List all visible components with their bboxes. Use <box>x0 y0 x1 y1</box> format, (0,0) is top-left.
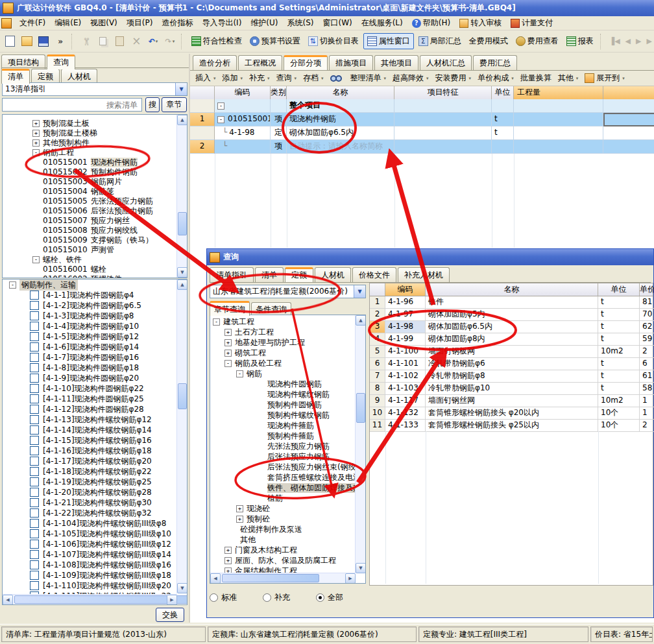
unit-c ell[interactable] <box>492 140 514 154</box>
tree-item[interactable]: - 螺栓、铁件 <box>3 255 187 265</box>
quota-name-cell[interactable]: 砌体加固筋φ5内 <box>426 309 598 321</box>
chapter-tree-item[interactable]: 现浇构件螺纹钢筋 <box>210 389 365 400</box>
checkbox[interactable] <box>30 446 39 455</box>
new-file-button[interactable] <box>3 34 18 49</box>
grid-column-header[interactable]: 单位 <box>492 86 514 99</box>
grid-toolbar-button[interactable]: 其他 ▾ <box>556 71 581 85</box>
checklist-item[interactable]: [4-1-11]现浇构件圆钢筋φ25 <box>30 394 187 404</box>
chapter-tree-item[interactable]: + 门窗及木结构工程 <box>210 545 365 555</box>
checklist-item[interactable]: [4-1-15]现浇构件螺纹钢筋φ16 <box>30 435 187 446</box>
popup-tab[interactable]: 补充人材机 <box>398 267 450 282</box>
quota-price-cell[interactable]: 62 <box>640 321 654 333</box>
undo-button[interactable]: ↶▾ <box>145 34 161 49</box>
popup-subtab[interactable]: 条件查询 <box>251 302 291 316</box>
radio-icon[interactable] <box>316 593 324 602</box>
swap-button[interactable]: 交换 <box>156 608 184 622</box>
row-number[interactable]: 4 <box>370 333 385 346</box>
main-tab[interactable]: 工程概况 <box>238 55 282 70</box>
checklist-item[interactable]: [4-1-17]现浇构件螺纹钢筋φ20 <box>30 456 187 466</box>
checkbox[interactable] <box>30 581 39 590</box>
row-number[interactable]: 10 <box>370 407 385 420</box>
checklist-item[interactable]: [4-1-5]现浇构件圆钢筋φ12 <box>30 331 187 342</box>
quota-name-cell[interactable]: 冷轧带肋钢筋φ6 <box>426 358 598 370</box>
name-cell[interactable]: 整个项目 <box>287 99 394 113</box>
chapter-tree-item[interactable]: + 屋面、防水、保温及防腐工程 <box>210 555 365 566</box>
chapter-tree-item[interactable]: - 钢筋及砼工程 <box>210 358 365 368</box>
tree-item[interactable]: + 预制混凝土楼梯 <box>3 128 187 138</box>
quota-code-cell[interactable]: 4-1-99 <box>385 333 426 346</box>
checklist-item[interactable]: [4-1-105]现浇构件螺纹钢筋III级φ10 <box>30 529 187 539</box>
chapter-tree-item[interactable]: 后张法预应力钢筋 <box>210 451 365 462</box>
checkbox[interactable] <box>30 498 39 507</box>
code-cell[interactable]: └4-1-98 <box>215 126 271 140</box>
quota-code-cell[interactable]: 4-1-98 <box>385 321 426 333</box>
grid-row[interactable]: - 整个项目 <box>190 99 654 113</box>
grid-toolbar-button[interactable]: 补充 ▾ <box>247 71 272 85</box>
menu-item[interactable]: 系统(S) <box>282 16 318 30</box>
menu-item[interactable]: 在线服务(L) <box>357 16 407 30</box>
name-cell[interactable]: 自动提示：请输入名称简称 <box>287 140 394 154</box>
quota-price-cell[interactable]: 6 <box>640 358 654 370</box>
toolbar-button[interactable]: 费用查看 <box>513 34 562 49</box>
feature-cell[interactable] <box>394 113 492 126</box>
checkbox[interactable] <box>30 353 39 362</box>
chapter-tree-item[interactable]: 植筋 <box>210 493 365 503</box>
checkbox[interactable] <box>30 311 39 320</box>
nav-first-icon[interactable]: ▐◀ <box>609 37 620 45</box>
type-cell[interactable]: 项 <box>271 140 287 154</box>
checkbox[interactable] <box>30 508 39 518</box>
grid-toolbar-button[interactable]: 展开到 ▾ <box>583 71 627 85</box>
menu-item[interactable]: 视图(V) <box>86 16 122 30</box>
quota-name-cell[interactable]: 冷轧带肋钢筋φ8 <box>426 370 598 383</box>
quota-name-cell[interactable]: 砌体加固筋φ6.5内 <box>426 321 598 333</box>
copy-icon[interactable] <box>95 34 111 49</box>
row-number[interactable]: 1 <box>190 113 215 126</box>
checklist-item[interactable]: [4-1-108]现浇构件螺纹钢筋III级φ16 <box>30 560 187 570</box>
tree-toggle-icon[interactable]: - <box>236 370 243 377</box>
checklist-item[interactable]: [4-1-20]现浇构件螺纹钢筋φ28 <box>30 487 187 497</box>
type-cell[interactable]: 定 <box>271 126 287 140</box>
checklist-item[interactable]: [4-1-104]现浇构件螺纹钢筋III级φ8 <box>30 518 187 529</box>
tree-toggle-icon[interactable]: + <box>32 130 40 137</box>
quota-price-cell[interactable]: 58 <box>640 383 654 395</box>
checklist-item[interactable]: [4-1-106]现浇构件螺纹钢筋III级φ12 <box>30 539 187 549</box>
checklist-item[interactable]: [4-1-8]现浇构件圆钢筋φ18 <box>30 363 187 373</box>
selected-cell[interactable] <box>603 113 654 126</box>
quota-row[interactable]: 7 4-1-102 冷轧带肋钢筋φ8 t 61 <box>370 370 653 383</box>
toolbar-button[interactable]: 预算书设置 <box>247 34 304 49</box>
chapter-tree-item[interactable]: 砼搅拌制作及泵送 <box>210 524 365 534</box>
grid-row[interactable]: └4-1-98 定 砌体加固筋φ6.5内 t <box>190 126 654 140</box>
quota-unit-cell[interactable]: t <box>598 370 640 383</box>
menu-item[interactable]: 文件(F) <box>15 16 50 30</box>
main-tab[interactable]: 其他项目 <box>374 55 418 70</box>
chapter-tree-item[interactable]: 后张法预应力钢丝束(钢绞线 <box>210 462 365 472</box>
menu-item[interactable]: 窗口(W) <box>318 16 356 30</box>
type-cell[interactable]: 项 <box>271 113 287 126</box>
checkbox[interactable] <box>30 342 39 352</box>
list-library-dropdown[interactable]: 13清单指引 ▼ <box>2 82 188 96</box>
checklist-item[interactable]: [4-1-4]现浇构件圆钢筋φ10 <box>30 321 187 331</box>
checkbox[interactable] <box>30 519 39 528</box>
row-toggle-icon[interactable]: - <box>217 116 224 123</box>
chapter-tree-item[interactable]: 现浇构件圆钢筋 <box>210 379 365 389</box>
quota-price-cell[interactable]: 70 <box>640 309 654 321</box>
main-tab[interactable]: 措施项目 <box>329 55 373 70</box>
tree-item[interactable]: 010515004 钢筋笼 <box>3 187 187 197</box>
checklist-item[interactable]: [4-1-109]现浇构件螺纹钢筋III级φ18 <box>30 570 187 580</box>
quota-code-cell[interactable]: 4-1-97 <box>385 309 426 321</box>
left-panel-tab[interactable]: 查询 <box>47 54 75 69</box>
grid-toolbar-button[interactable]: 单价构成 ▾ <box>476 71 516 85</box>
checklist-item[interactable]: [4-1-110]现浇构件螺纹钢筋III级φ20 <box>30 580 187 591</box>
quota-unit-cell[interactable]: 10个 <box>598 420 640 432</box>
menu-item[interactable]: 项目(P) <box>122 16 158 30</box>
tree-item[interactable]: 010516002 预埋铁件 <box>3 274 187 278</box>
tree-toggle-icon[interactable]: + <box>224 350 232 357</box>
chapter-tree-item[interactable]: + 现浇砼 <box>210 503 365 514</box>
paste-icon[interactable] <box>112 34 128 49</box>
chevron-down-icon[interactable]: ▼ <box>354 285 365 298</box>
quota-price-cell[interactable]: 1 <box>640 407 654 420</box>
checklist-root[interactable]: -钢筋制作、运输 <box>3 280 187 290</box>
quota-unit-cell[interactable]: t <box>598 321 640 333</box>
quota-code-cell[interactable]: 4-1-102 <box>385 370 426 383</box>
checkbox[interactable] <box>30 540 39 549</box>
